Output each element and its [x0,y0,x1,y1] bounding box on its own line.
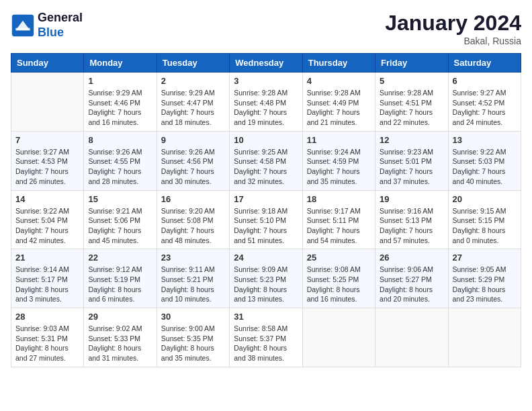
day-info: Sunrise: 9:15 AMSunset: 5:15 PMDaylight:… [453,206,517,246]
day-info: Sunrise: 9:02 AMSunset: 5:33 PMDaylight:… [88,324,152,363]
calendar-week-row: 14Sunrise: 9:22 AMSunset: 5:04 PMDayligh… [11,190,521,249]
calendar-cell: 28Sunrise: 9:03 AMSunset: 5:31 PMDayligh… [11,308,84,367]
logo: General Blue [11,11,83,40]
day-number: 23 [161,253,225,263]
day-info: Sunrise: 9:26 AMSunset: 4:55 PMDaylight:… [88,147,152,187]
day-number: 2 [161,76,225,86]
day-number: 31 [234,312,298,322]
calendar-cell: 20Sunrise: 9:15 AMSunset: 5:15 PMDayligh… [448,190,521,249]
day-number: 25 [307,253,371,263]
day-info: Sunrise: 9:27 AMSunset: 4:53 PMDaylight:… [15,147,79,187]
day-number: 8 [88,135,152,145]
calendar-cell: 14Sunrise: 9:22 AMSunset: 5:04 PMDayligh… [11,190,84,249]
svg-rect-2 [15,28,30,30]
day-number: 16 [161,194,225,204]
day-number: 30 [161,312,225,322]
calendar-cell [302,308,375,367]
calendar-cell: 13Sunrise: 9:22 AMSunset: 5:03 PMDayligh… [448,131,521,190]
day-info: Sunrise: 9:16 AMSunset: 5:13 PMDaylight:… [380,206,443,246]
calendar-cell: 7Sunrise: 9:27 AMSunset: 4:53 PMDaylight… [11,131,84,190]
calendar-cell: 8Sunrise: 9:26 AMSunset: 4:55 PMDaylight… [84,131,157,190]
day-number: 6 [453,76,517,86]
calendar-week-row: 28Sunrise: 9:03 AMSunset: 5:31 PMDayligh… [11,308,521,367]
calendar-cell: 24Sunrise: 9:09 AMSunset: 5:23 PMDayligh… [230,249,302,308]
column-header-sunday: Sunday [11,54,84,73]
day-info: Sunrise: 9:25 AMSunset: 4:58 PMDaylight:… [234,147,298,187]
column-header-tuesday: Tuesday [157,54,229,73]
day-number: 5 [380,76,443,86]
day-number: 3 [234,76,298,86]
calendar-cell: 29Sunrise: 9:02 AMSunset: 5:33 PMDayligh… [84,308,157,367]
day-number: 13 [453,135,517,145]
calendar-cell: 19Sunrise: 9:16 AMSunset: 5:13 PMDayligh… [375,190,448,249]
calendar-cell: 21Sunrise: 9:14 AMSunset: 5:17 PMDayligh… [11,249,84,308]
calendar-cell: 31Sunrise: 8:58 AMSunset: 5:37 PMDayligh… [230,308,302,367]
calendar-cell: 17Sunrise: 9:18 AMSunset: 5:10 PMDayligh… [230,190,302,249]
calendar-cell: 6Sunrise: 9:27 AMSunset: 4:52 PMDaylight… [448,73,521,132]
day-number: 9 [161,135,225,145]
day-info: Sunrise: 9:26 AMSunset: 4:56 PMDaylight:… [161,147,225,187]
day-number: 22 [88,253,152,263]
day-info: Sunrise: 9:29 AMSunset: 4:47 PMDaylight:… [161,88,225,128]
day-info: Sunrise: 9:29 AMSunset: 4:46 PMDaylight:… [88,88,152,128]
calendar-cell: 9Sunrise: 9:26 AMSunset: 4:56 PMDaylight… [157,131,229,190]
calendar-cell: 16Sunrise: 9:20 AMSunset: 5:08 PMDayligh… [157,190,229,249]
calendar-week-row: 7Sunrise: 9:27 AMSunset: 4:53 PMDaylight… [11,131,521,190]
day-info: Sunrise: 9:23 AMSunset: 5:01 PMDaylight:… [380,147,443,187]
calendar-week-row: 21Sunrise: 9:14 AMSunset: 5:17 PMDayligh… [11,249,521,308]
day-info: Sunrise: 9:24 AMSunset: 4:59 PMDaylight:… [307,147,371,187]
calendar-cell: 18Sunrise: 9:17 AMSunset: 5:11 PMDayligh… [302,190,375,249]
calendar-cell: 27Sunrise: 9:05 AMSunset: 5:29 PMDayligh… [448,249,521,308]
calendar-cell: 25Sunrise: 9:08 AMSunset: 5:25 PMDayligh… [302,249,375,308]
day-info: Sunrise: 9:06 AMSunset: 5:27 PMDaylight:… [380,265,443,304]
day-number: 24 [234,253,298,263]
day-info: Sunrise: 9:00 AMSunset: 5:35 PMDaylight:… [161,324,225,363]
calendar-cell: 11Sunrise: 9:24 AMSunset: 4:59 PMDayligh… [302,131,375,190]
day-number: 28 [15,312,79,322]
day-info: Sunrise: 9:21 AMSunset: 5:06 PMDaylight:… [88,206,152,246]
calendar-cell: 22Sunrise: 9:12 AMSunset: 5:19 PMDayligh… [84,249,157,308]
logo-line1: General [38,11,83,26]
day-number: 1 [88,76,152,86]
calendar-cell: 5Sunrise: 9:28 AMSunset: 4:51 PMDaylight… [375,73,448,132]
day-info: Sunrise: 9:12 AMSunset: 5:19 PMDaylight:… [88,265,152,304]
calendar-table: SundayMondayTuesdayWednesdayThursdayFrid… [11,53,521,367]
logo-text: General Blue [38,11,83,40]
day-number: 14 [15,194,79,204]
day-number: 29 [88,312,152,322]
day-number: 10 [234,135,298,145]
day-info: Sunrise: 9:14 AMSunset: 5:17 PMDaylight:… [15,265,79,304]
calendar-cell: 15Sunrise: 9:21 AMSunset: 5:06 PMDayligh… [84,190,157,249]
location: Bakal, Russia [385,36,521,46]
day-number: 4 [307,76,371,86]
logo-icon [11,13,35,38]
day-number: 20 [453,194,517,204]
day-info: Sunrise: 9:09 AMSunset: 5:23 PMDaylight:… [234,265,298,304]
day-number: 17 [234,194,298,204]
day-info: Sunrise: 9:27 AMSunset: 4:52 PMDaylight:… [453,88,517,128]
title-block: January 2024 Bakal, Russia [385,11,521,46]
day-number: 26 [380,253,443,263]
day-number: 12 [380,135,443,145]
day-number: 11 [307,135,371,145]
calendar-header-row: SundayMondayTuesdayWednesdayThursdayFrid… [11,54,521,73]
column-header-thursday: Thursday [302,54,375,73]
calendar-cell: 2Sunrise: 9:29 AMSunset: 4:47 PMDaylight… [157,73,229,132]
day-info: Sunrise: 9:22 AMSunset: 5:04 PMDaylight:… [15,206,79,246]
column-header-friday: Friday [375,54,448,73]
day-number: 7 [15,135,79,145]
calendar-cell: 4Sunrise: 9:28 AMSunset: 4:49 PMDaylight… [302,73,375,132]
month-title: January 2024 [385,11,521,36]
calendar-cell: 12Sunrise: 9:23 AMSunset: 5:01 PMDayligh… [375,131,448,190]
day-info: Sunrise: 9:11 AMSunset: 5:21 PMDaylight:… [161,265,225,304]
day-info: Sunrise: 9:28 AMSunset: 4:48 PMDaylight:… [234,88,298,128]
calendar-cell [448,308,521,367]
day-info: Sunrise: 9:03 AMSunset: 5:31 PMDaylight:… [15,324,79,363]
column-header-monday: Monday [84,54,157,73]
day-info: Sunrise: 9:17 AMSunset: 5:11 PMDaylight:… [307,206,371,246]
day-number: 15 [88,194,152,204]
page-header: General Blue January 2024 Bakal, Russia [11,11,521,46]
calendar-cell [11,73,84,132]
calendar-cell [375,308,448,367]
day-number: 18 [307,194,371,204]
